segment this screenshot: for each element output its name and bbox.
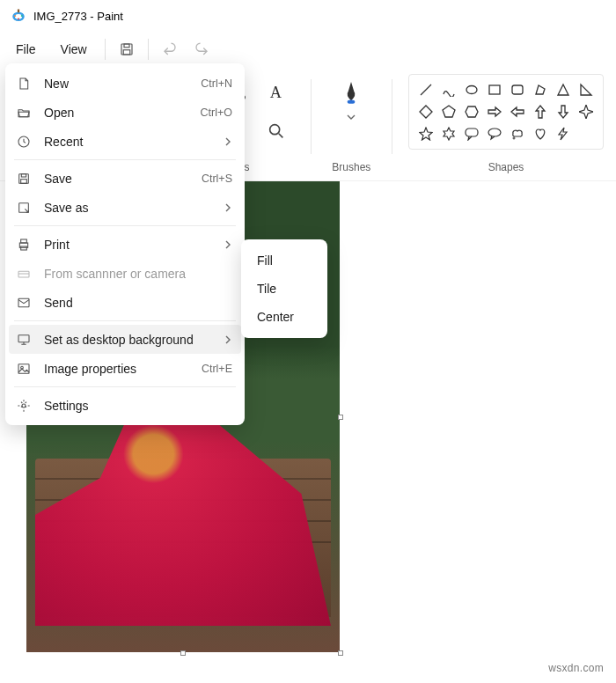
brushes-label: Brushes — [332, 156, 370, 173]
menu-save-label: Save — [44, 172, 189, 186]
redo-icon[interactable] — [186, 33, 217, 65]
separator — [392, 79, 392, 154]
menu-view[interactable]: View — [48, 35, 99, 63]
svg-rect-14 — [489, 85, 500, 94]
file-menu: New Ctrl+N Open Ctrl+O Recent Save Ctrl+… — [5, 63, 245, 425]
text-icon[interactable]: A — [258, 74, 295, 111]
arrow-down-icon[interactable] — [554, 102, 573, 121]
menu-print[interactable]: Print — [5, 230, 245, 259]
resize-handle[interactable] — [338, 415, 343, 420]
diamond-icon[interactable] — [416, 102, 436, 121]
menu-open-label: Open — [44, 106, 188, 120]
menu-save-as[interactable]: Save as — [5, 193, 245, 222]
callout-cloud-icon[interactable] — [508, 124, 527, 143]
menu-new-label: New — [44, 77, 188, 91]
window-title: IMG_2773 - Paint — [33, 10, 123, 23]
hexagon-icon[interactable] — [462, 102, 481, 121]
menu-file[interactable]: File — [4, 35, 48, 63]
undo-icon[interactable] — [154, 33, 186, 65]
chevron-right-icon — [224, 203, 232, 212]
menu-set-bg-label: Set as desktop background — [44, 333, 211, 347]
svg-point-11 — [269, 125, 279, 135]
arrow-right-icon[interactable] — [485, 102, 504, 121]
file-icon — [16, 77, 32, 91]
menu-open[interactable]: Open Ctrl+O — [5, 98, 245, 127]
separator — [105, 39, 106, 60]
menu-save-as-label: Save as — [44, 201, 211, 215]
svg-rect-8 — [123, 50, 130, 55]
brushes-dropdown[interactable] — [326, 74, 376, 120]
menu-new[interactable]: New Ctrl+N — [5, 69, 245, 98]
submenu-fill[interactable]: Fill — [245, 246, 324, 275]
menu-image-properties[interactable]: Image properties Ctrl+E — [5, 354, 245, 383]
menu-scanner: From scannner or camera — [5, 259, 245, 288]
titlebar: IMG_2773 - Paint — [0, 0, 616, 32]
submenu-tile-label: Tile — [257, 282, 276, 296]
menu-save[interactable]: Save Ctrl+S — [5, 164, 245, 193]
arrow-up-icon[interactable] — [531, 102, 550, 121]
app-icon — [11, 8, 26, 24]
star6-icon[interactable] — [439, 124, 458, 143]
triangle-icon[interactable] — [554, 80, 573, 99]
svg-point-4 — [21, 15, 23, 17]
curve-icon[interactable] — [439, 80, 458, 99]
line-icon[interactable] — [416, 80, 436, 99]
magnifier-icon[interactable] — [258, 113, 295, 150]
callout-rounded-icon[interactable] — [462, 124, 481, 143]
gear-icon — [16, 399, 32, 413]
star5-icon[interactable] — [416, 124, 436, 143]
desktop-icon — [16, 333, 32, 347]
submenu-fill-label: Fill — [257, 253, 273, 268]
ribbon-shapes: Shapes — [403, 70, 609, 180]
menu-send[interactable]: Send — [5, 288, 245, 317]
polygon-icon[interactable] — [531, 80, 550, 99]
menu-file-label: File — [16, 42, 36, 56]
submenu-center[interactable]: Center — [245, 303, 324, 331]
oval-icon[interactable] — [462, 80, 481, 99]
shapes-gallery[interactable] — [408, 74, 604, 150]
svg-point-32 — [22, 404, 26, 408]
svg-point-18 — [513, 137, 515, 139]
chevron-right-icon — [224, 335, 232, 344]
svg-point-17 — [488, 129, 501, 136]
svg-point-3 — [14, 15, 16, 17]
menu-set-desktop-bg[interactable]: Set as desktop background — [9, 325, 241, 354]
menu-open-accel: Ctrl+O — [201, 106, 232, 119]
svg-text:A: A — [269, 84, 282, 101]
heart-icon[interactable] — [531, 124, 550, 143]
arrow-left-icon[interactable] — [508, 102, 527, 121]
svg-rect-7 — [124, 44, 129, 48]
separator — [14, 386, 236, 387]
menu-scanner-label: From scannner or camera — [44, 267, 232, 281]
submenu-tile[interactable]: Tile — [245, 275, 324, 303]
svg-point-5 — [18, 18, 19, 19]
pentagon-icon[interactable] — [439, 102, 458, 121]
folder-open-icon — [16, 106, 32, 120]
shapes-label: Shapes — [488, 156, 524, 173]
star4-icon[interactable] — [576, 102, 596, 121]
menu-print-label: Print — [44, 238, 211, 252]
menu-settings[interactable]: Settings — [5, 391, 245, 420]
svg-rect-21 — [21, 173, 26, 176]
save-icon — [16, 172, 32, 186]
chevron-right-icon — [224, 240, 232, 249]
menu-recent-label: Recent — [44, 135, 211, 149]
save-icon[interactable] — [111, 33, 143, 65]
resize-handle[interactable] — [180, 650, 186, 656]
menu-img-props-accel: Ctrl+E — [202, 363, 232, 375]
lightning-icon[interactable] — [554, 124, 573, 143]
menu-recent[interactable]: Recent — [5, 127, 245, 156]
save-as-icon — [16, 201, 32, 215]
ribbon-brushes: Brushes — [321, 70, 381, 180]
svg-rect-26 — [21, 246, 27, 250]
right-triangle-icon[interactable] — [576, 80, 596, 99]
roundrect-icon[interactable] — [508, 80, 527, 99]
menu-img-props-label: Image properties — [44, 362, 189, 376]
svg-rect-25 — [21, 239, 27, 243]
separator — [14, 159, 236, 160]
callout-oval-icon[interactable] — [485, 124, 504, 143]
rect-icon[interactable] — [485, 80, 504, 99]
resize-handle[interactable] — [338, 650, 343, 656]
separator — [148, 39, 149, 60]
send-icon — [16, 296, 32, 310]
